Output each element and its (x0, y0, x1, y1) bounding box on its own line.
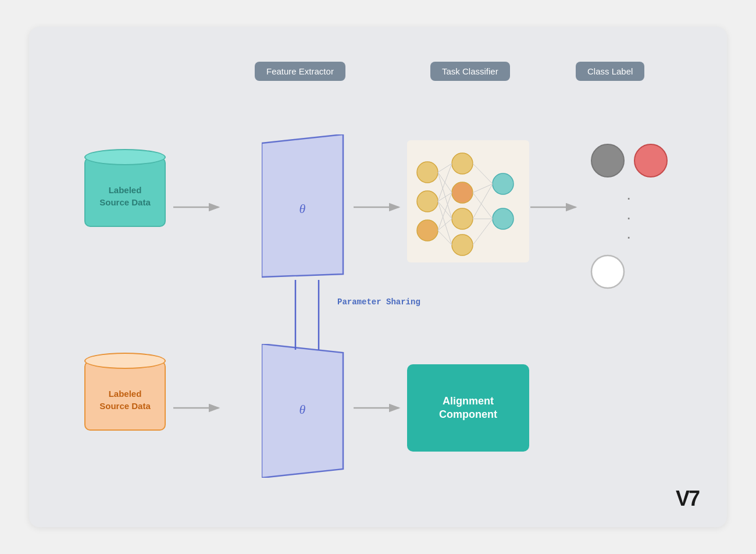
svg-text:θ: θ (299, 201, 306, 216)
svg-line-27 (438, 193, 452, 201)
svg-point-17 (452, 153, 473, 174)
source-data-bottom-label: Labeled Source Data (99, 388, 151, 412)
svg-point-21 (493, 173, 513, 194)
svg-point-14 (417, 162, 438, 183)
svg-point-16 (417, 220, 438, 241)
cylinder-top-orange (84, 353, 166, 369)
class-circle-2 (630, 140, 671, 181)
svg-point-41 (591, 144, 624, 177)
arrow-teal-to-trapezoid (173, 198, 226, 216)
alignment-component-box: Alignment Component (407, 364, 529, 452)
trapezoid-top: θ (262, 134, 355, 288)
parameter-sharing-text: Parameter Sharing (337, 297, 420, 307)
alignment-component-label: Alignment Component (439, 395, 497, 422)
class-dots: ··· (587, 188, 671, 247)
source-data-top-label: Labeled Source Data (99, 184, 151, 208)
class-circle-last (587, 251, 628, 292)
svg-point-43 (591, 255, 624, 288)
class-label-label: Class Label (576, 62, 644, 81)
svg-point-15 (417, 191, 438, 212)
source-data-bottom-cylinder: Labeled Source Data (84, 353, 166, 431)
cylinder-top-teal (84, 149, 166, 165)
svg-point-20 (452, 235, 473, 255)
arrow-nn-to-class (530, 198, 583, 216)
svg-line-28 (438, 201, 452, 219)
svg-line-35 (473, 193, 493, 219)
trapezoid-bottom: θ (262, 344, 355, 480)
svg-line-33 (473, 164, 493, 184)
v7-logo: V7 (676, 486, 699, 511)
task-classifier-label: Task Classifier (430, 62, 510, 81)
svg-line-29 (438, 201, 452, 245)
cylinder-body-orange: Labeled Source Data (84, 361, 166, 431)
svg-point-18 (452, 182, 473, 203)
cylinder-body-teal: Labeled Source Data (84, 157, 166, 227)
svg-point-42 (634, 144, 667, 177)
neural-network-box (407, 140, 529, 262)
neural-net-svg (410, 143, 526, 260)
svg-point-19 (452, 208, 473, 229)
svg-text:θ: θ (299, 402, 306, 417)
diagram-container: Feature Extractor Task Classifier Class … (29, 27, 727, 527)
source-data-top-cylinder: Labeled Source Data (84, 149, 166, 227)
feature-extractor-label: Feature Extractor (255, 62, 345, 81)
arrow-trapezoid-to-alignment (354, 399, 406, 417)
svg-line-36 (473, 184, 493, 219)
param-sharing-lines (290, 280, 324, 350)
svg-line-38 (473, 219, 493, 245)
trapezoid-top-svg: θ (262, 134, 355, 286)
class-label-group: ··· (587, 134, 671, 294)
class-circle-1 (587, 140, 628, 181)
svg-line-23 (438, 164, 452, 172)
arrow-orange-to-trapezoid (173, 399, 226, 417)
svg-line-34 (473, 184, 493, 193)
trapezoid-bottom-svg: θ (262, 344, 355, 478)
svg-point-22 (493, 208, 513, 229)
arrow-trapezoid-to-nn (354, 198, 406, 216)
